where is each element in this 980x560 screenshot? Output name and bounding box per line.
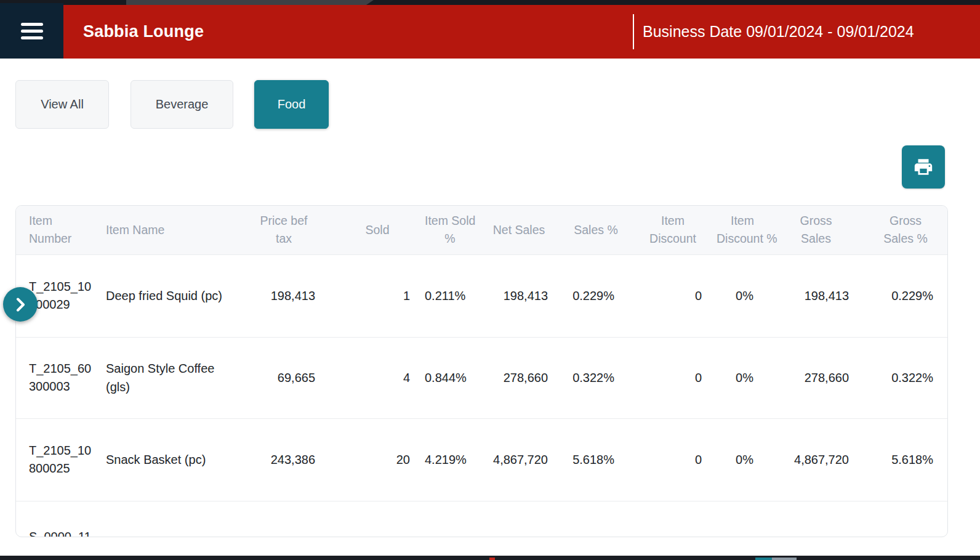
filter-beverage-button[interactable]: Beverage [131, 80, 233, 129]
hamburger-menu-icon [21, 19, 43, 43]
table-row[interactable]: T_2105_10800025 Snack Basket (pc) 243,38… [16, 418, 947, 501]
cell-item-sold-pct: 4.219% [425, 418, 475, 501]
cell-item-discount: 0 [629, 418, 717, 501]
menu-button[interactable] [0, 3, 63, 59]
cell-item-name: Snack Basket (pc) [93, 418, 238, 501]
table-row[interactable]: T_2105_60300003 Saigon Style Coffee (gls… [16, 337, 947, 418]
cell-gross-sales: 4,867,720 [768, 418, 864, 501]
screen-bottom-edge [0, 556, 980, 560]
cell-gross-sales-pct: 0.229% [864, 254, 947, 337]
column-header-item-discount-pct[interactable]: ItemDiscount % [717, 206, 768, 254]
cell-item-number: S_0000_11 [16, 501, 93, 537]
cell-item-discount: 0 [629, 254, 717, 337]
cell-gross-sales: 278,660 [768, 337, 864, 418]
cell-price-bef-tax: 69,665 [238, 337, 330, 418]
print-button[interactable] [902, 145, 945, 189]
cell-sold: 1 [330, 254, 425, 337]
column-header-price-bef-tax[interactable]: Price beftax [238, 206, 330, 254]
printer-icon [912, 156, 934, 177]
cell-item-discount-pct: 0% [717, 418, 768, 501]
cell-net-sales: 198,413 [475, 254, 563, 337]
item-sales-table: ItemNumber Item Name Price beftax Sold I… [15, 205, 948, 537]
cell-item-name [93, 501, 238, 537]
cell-sales-pct: 0.322% [563, 337, 629, 418]
cell-item-discount-pct: 0% [717, 254, 768, 337]
column-header-gross-sales-pct[interactable]: GrossSales % [864, 206, 947, 254]
bottom-gray-sliver [772, 558, 797, 560]
cell-sold: 4 [330, 337, 425, 418]
filter-view-all-button[interactable]: View All [15, 80, 109, 129]
column-header-item-sold-pct[interactable]: Item Sold% [425, 206, 475, 254]
cell-sales-pct: 0.229% [563, 254, 629, 337]
page-title: Sabbia Lounge [83, 5, 204, 59]
cell-item-number: T_2105_10800025 [16, 418, 93, 501]
cell-net-sales: 278,660 [475, 337, 563, 418]
cell-item-name: Deep fried Squid (pc) [93, 254, 238, 337]
cell-item-number: T_2105_60300003 [16, 337, 93, 418]
cell-price-bef-tax: 243,386 [238, 418, 330, 501]
column-header-gross-sales[interactable]: GrossSales [768, 206, 864, 254]
column-header-item-name[interactable]: Item Name [93, 206, 238, 254]
expand-row-button[interactable] [3, 287, 38, 322]
header-divider [633, 14, 634, 49]
cell-item-discount-pct: 0% [717, 337, 768, 418]
cell-gross-sales-pct: 0.322% [864, 337, 947, 418]
bottom-teal-sliver [755, 558, 772, 560]
cell-item-name: Saigon Style Coffee (gls) [93, 337, 238, 418]
cell-sold: 20 [330, 418, 425, 501]
cell-item-sold-pct: 0.211% [425, 254, 475, 337]
chevron-right-icon [15, 298, 26, 312]
column-header-item-discount[interactable]: ItemDiscount [629, 206, 717, 254]
app-header: Sabbia Lounge Business Date 09/01/2024 -… [0, 5, 980, 59]
table-row[interactable]: T_2105_10800029 Deep fried Squid (pc) 19… [16, 254, 947, 337]
column-header-sold[interactable]: Sold [330, 206, 425, 254]
column-header-sales-pct[interactable]: Sales % [563, 206, 629, 254]
filter-food-button[interactable]: Food [254, 80, 329, 129]
cell-item-discount: 0 [629, 337, 717, 418]
table-row-partial[interactable]: S_0000_11 [16, 501, 947, 537]
browser-tab-strip [0, 0, 980, 5]
bottom-red-sliver [489, 558, 495, 560]
cell-net-sales: 4,867,720 [475, 418, 563, 501]
cell-gross-sales-pct: 5.618% [864, 418, 947, 501]
cell-item-sold-pct: 0.844% [425, 337, 475, 418]
category-filter-bar: View All Beverage Food [0, 80, 980, 129]
column-header-item-number[interactable]: ItemNumber [16, 206, 93, 254]
cell-price-bef-tax: 198,413 [238, 254, 330, 337]
business-date-label[interactable]: Business Date 09/01/2024 - 09/01/2024 [643, 5, 914, 59]
column-header-net-sales[interactable]: Net Sales [475, 206, 563, 254]
cell-sales-pct: 5.618% [563, 418, 629, 501]
browser-tab [126, 0, 374, 5]
cell-gross-sales: 198,413 [768, 254, 864, 337]
table-header-row: ItemNumber Item Name Price beftax Sold I… [16, 206, 947, 254]
